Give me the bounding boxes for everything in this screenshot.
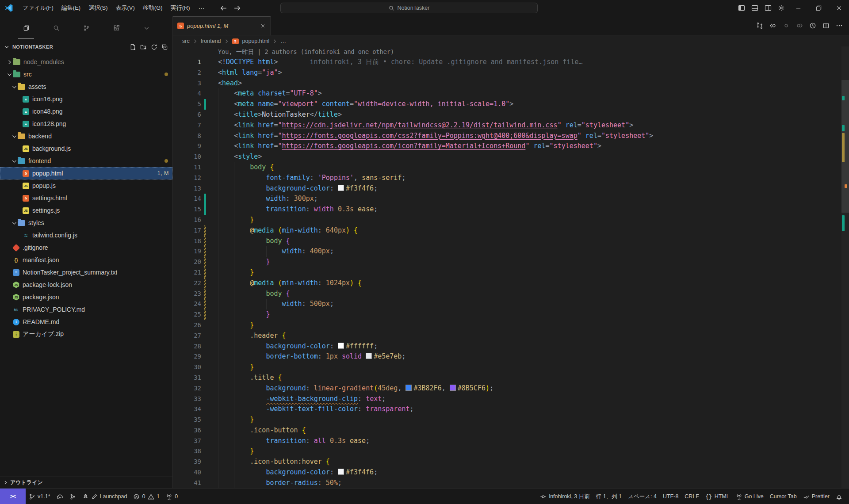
code-editor[interactable]: You, 一昨日 | 2 authors (infohiroki and one… bbox=[173, 46, 849, 488]
menu-edit[interactable]: 編集(E) bbox=[57, 2, 84, 14]
code-line-4[interactable]: 4 <meta charset="UTF-8"> bbox=[173, 88, 849, 99]
status-go-live[interactable]: Go Live bbox=[733, 489, 767, 504]
explorer-root-title[interactable]: NOTIONTASKER bbox=[12, 44, 53, 50]
line-number[interactable]: 35 bbox=[173, 415, 201, 425]
remote-indicator[interactable]: >< bbox=[0, 489, 26, 504]
menu-selection[interactable]: 選択(S) bbox=[84, 2, 111, 14]
status-utf-8[interactable]: UTF-8 bbox=[660, 489, 681, 504]
code-line-13[interactable]: 13 background-color: #f3f4f6; bbox=[173, 183, 849, 194]
status-cursor-tab[interactable]: Cursor Tab bbox=[767, 489, 800, 504]
activity-extensions-icon[interactable] bbox=[107, 19, 126, 37]
tree-item-styles[interactable]: styles bbox=[0, 217, 172, 229]
line-number[interactable]: 23 bbox=[173, 289, 201, 299]
new-folder-icon[interactable] bbox=[140, 44, 147, 50]
status-0[interactable]: 0 bbox=[130, 489, 146, 504]
code-line-17[interactable]: 17 @media (min-width: 640px) { bbox=[173, 225, 849, 236]
tree-item-tailwind.config.js[interactable]: ≈tailwind.config.js bbox=[0, 229, 172, 241]
tree-item-icon128.png[interactable]: ▴icon128.png bbox=[0, 118, 172, 130]
line-number[interactable]: 6 bbox=[173, 110, 201, 120]
line-number[interactable]: 8 bbox=[173, 131, 201, 141]
line-number[interactable]: 10 bbox=[173, 152, 201, 162]
breadcrumb-item-4[interactable]: … bbox=[280, 38, 286, 44]
code-line-23[interactable]: 23 body { bbox=[173, 289, 849, 299]
line-number[interactable]: 16 bbox=[173, 215, 201, 225]
line-number[interactable]: 14 bbox=[173, 194, 201, 204]
menu-more-button[interactable]: ··· bbox=[194, 4, 209, 11]
status-1[interactable]: 1 bbox=[146, 489, 163, 504]
line-number[interactable]: 31 bbox=[173, 373, 201, 383]
breadcrumb-item-2[interactable]: frontend bbox=[201, 38, 221, 44]
status-cloud-upload[interactable] bbox=[54, 489, 66, 504]
code-line-35[interactable]: 35 } bbox=[173, 415, 849, 425]
code-line-25[interactable]: 25 } bbox=[173, 309, 849, 320]
line-number[interactable]: 3 bbox=[173, 78, 201, 89]
status-bell[interactable] bbox=[833, 489, 845, 504]
window-close-button[interactable] bbox=[829, 0, 849, 16]
line-number[interactable]: 22 bbox=[173, 278, 201, 289]
tree-item-アーカイブ.zip[interactable]: ⋮アーカイブ.zip bbox=[0, 328, 172, 340]
tree-item-assets[interactable]: assets bbox=[0, 80, 172, 93]
line-number[interactable]: 18 bbox=[173, 236, 201, 247]
code-line-22[interactable]: 22 @media (min-width: 1024px) { bbox=[173, 278, 849, 289]
line-number[interactable]: 20 bbox=[173, 257, 201, 267]
code-line-29[interactable]: 29 border-bottom: 1px solid #e5e7eb; bbox=[173, 351, 849, 362]
line-number[interactable]: 34 bbox=[173, 404, 201, 415]
tree-item-icon16.png[interactable]: ▴icon16.png bbox=[0, 93, 172, 105]
line-number[interactable]: 41 bbox=[173, 478, 201, 488]
code-line-1[interactable]: 1<!DOCTYPE html>infohiroki, 3 日前 • chore… bbox=[173, 57, 849, 68]
split-editor-icon[interactable] bbox=[822, 22, 830, 29]
outline-section[interactable]: アウトライン bbox=[0, 477, 172, 488]
line-number[interactable]: 24 bbox=[173, 299, 201, 309]
code-line-27[interactable]: 27 .header { bbox=[173, 331, 849, 341]
line-number[interactable]: 11 bbox=[173, 162, 201, 173]
code-line-31[interactable]: 31 .title { bbox=[173, 373, 849, 383]
next-change-icon[interactable] bbox=[796, 22, 803, 29]
window-minimize-button[interactable] bbox=[788, 0, 808, 16]
editor-more-actions-icon[interactable] bbox=[836, 22, 843, 29]
line-number[interactable]: 27 bbox=[173, 331, 201, 341]
timeline-clock-icon[interactable] bbox=[809, 22, 816, 29]
previous-change-icon[interactable] bbox=[769, 22, 776, 29]
overview-ruler-scrollbar[interactable] bbox=[841, 46, 849, 488]
menu-file[interactable]: ファイル(F) bbox=[19, 2, 57, 14]
new-file-icon[interactable] bbox=[130, 44, 136, 50]
status-スペ-ス-4[interactable]: スペース: 4 bbox=[625, 489, 660, 504]
line-number[interactable]: 29 bbox=[173, 351, 201, 362]
code-line-40[interactable]: 40 background-color: #f3f4f6; bbox=[173, 467, 849, 478]
tree-item-src[interactable]: src bbox=[0, 68, 172, 80]
collapse-all-icon[interactable] bbox=[161, 44, 168, 50]
code-line-2[interactable]: 2<html lang="ja"> bbox=[173, 68, 849, 78]
line-number[interactable]: 28 bbox=[173, 341, 201, 352]
line-number[interactable]: 25 bbox=[173, 309, 201, 320]
activity-search-icon[interactable] bbox=[47, 19, 65, 37]
code-line-28[interactable]: 28 background-color: #ffffff; bbox=[173, 341, 849, 352]
code-line-18[interactable]: 18 body { bbox=[173, 236, 849, 247]
command-center[interactable]: NotionTasker bbox=[280, 3, 538, 13]
tree-item-frontend[interactable]: frontend bbox=[0, 155, 172, 167]
line-number[interactable]: 26 bbox=[173, 320, 201, 331]
tree-item-.gitignore[interactable]: .gitignore bbox=[0, 241, 172, 254]
window-restore-button[interactable] bbox=[808, 0, 829, 16]
refresh-icon[interactable] bbox=[151, 44, 157, 50]
line-number[interactable]: 4 bbox=[173, 88, 201, 99]
status-scm-graph[interactable] bbox=[66, 489, 79, 504]
line-number[interactable]: 7 bbox=[173, 120, 201, 131]
nav-forward-icon[interactable] bbox=[233, 4, 241, 12]
status-0[interactable]: 0 bbox=[163, 489, 181, 504]
activity-explorer-icon[interactable] bbox=[17, 19, 35, 37]
code-line-5[interactable]: 5 <meta name="viewport" content="width=d… bbox=[173, 99, 849, 110]
tree-item-package-lock.json[interactable]: JSpackage-lock.json bbox=[0, 279, 172, 291]
line-number[interactable]: 1 bbox=[173, 57, 201, 68]
line-number[interactable]: 17 bbox=[173, 225, 201, 236]
code-line-32[interactable]: 32 background: linear-gradient(45deg, #3… bbox=[173, 383, 849, 394]
status-行-1-列-1[interactable]: 行 1、列 1 bbox=[593, 489, 625, 504]
status-infohiroki-3-日前[interactable]: infohiroki, 3 日前 bbox=[537, 489, 593, 504]
tree-item-manifest.json[interactable]: {}manifest.json bbox=[0, 254, 172, 266]
status-v1-1-[interactable]: v1.1* bbox=[26, 489, 54, 504]
breadcrumb-item-1[interactable]: src bbox=[182, 38, 190, 44]
tree-item-README.md[interactable]: iREADME.md bbox=[0, 316, 172, 328]
tab-close-icon[interactable] bbox=[260, 23, 266, 29]
tree-item-popup.html[interactable]: 5popup.html1, M bbox=[0, 167, 172, 179]
code-line-30[interactable]: 30 } bbox=[173, 362, 849, 373]
menu-run[interactable]: 実行(R) bbox=[167, 2, 194, 14]
